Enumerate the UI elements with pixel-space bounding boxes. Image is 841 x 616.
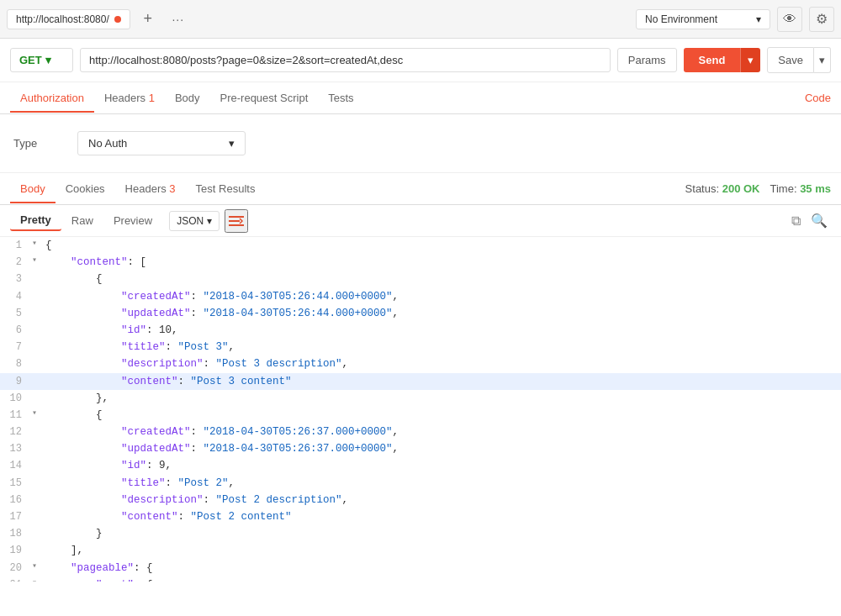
environment-select[interactable]: No Environment ▾	[636, 9, 770, 29]
auth-section: Type No Auth ▾	[0, 114, 841, 173]
line-content: "content": [	[44, 254, 841, 271]
add-tab-button[interactable]: +	[135, 7, 161, 32]
auth-type-label: Type	[13, 137, 64, 150]
json-line-5: 5 "updatedAt": "2018-04-30T05:26:44.000+…	[0, 305, 841, 322]
json-line-2: 2▾ "content": [	[0, 254, 841, 271]
line-toggle[interactable]: ▾	[32, 254, 44, 271]
json-line-6: 6 "id": 10,	[0, 322, 841, 339]
line-content: "updatedAt": "2018-04-30T05:26:44.000+00…	[44, 305, 841, 322]
code-link[interactable]: Code	[805, 92, 831, 104]
json-line-8: 8 "description": "Post 3 description",	[0, 355, 841, 372]
json-format-select[interactable]: JSON ▾	[169, 211, 220, 231]
line-number: 14	[0, 457, 32, 474]
line-content: "pageable": {	[44, 560, 841, 577]
json-line-17: 17 "content": "Post 2 content"	[0, 508, 841, 525]
search-button[interactable]: 🔍	[807, 209, 831, 232]
resp-tab-body[interactable]: Body	[10, 176, 56, 203]
line-content: }	[44, 525, 841, 542]
format-bar: Pretty Raw Preview JSON ▾ ⧉ 🔍	[0, 205, 841, 237]
json-line-15: 15 "title": "Post 2",	[0, 475, 841, 492]
line-number: 8	[0, 355, 32, 372]
line-number: 16	[0, 492, 32, 508]
svg-rect-1	[229, 220, 240, 222]
resp-tab-test-results[interactable]: Test Results	[186, 176, 266, 203]
settings-icon-button[interactable]: ⚙	[809, 7, 834, 32]
line-number: 20	[0, 560, 32, 577]
browser-tab[interactable]: http://localhost:8080/	[7, 9, 130, 29]
chevron-down-icon: ▾	[756, 13, 761, 25]
params-button[interactable]: Params	[617, 48, 677, 72]
line-content: "title": "Post 3",	[44, 339, 841, 355]
fmt-tab-preview[interactable]: Preview	[103, 211, 162, 230]
save-button[interactable]: Save	[767, 47, 814, 73]
json-line-4: 4 "createdAt": "2018-04-30T05:26:44.000+…	[0, 288, 841, 305]
save-dropdown-button[interactable]: ▾	[814, 47, 831, 73]
method-select[interactable]: GET ▾	[10, 48, 73, 72]
json-line-10: 10 },	[0, 390, 841, 407]
line-toggle[interactable]: ▾	[32, 577, 44, 582]
line-toggle[interactable]: ▾	[32, 560, 44, 577]
line-number: 11	[0, 407, 32, 424]
line-number: 1	[0, 237, 32, 254]
response-status-bar: Status: 200 OK Time: 35 ms	[685, 182, 831, 195]
json-line-13: 13 "updatedAt": "2018-04-30T05:26:37.000…	[0, 440, 841, 457]
env-label: No Environment	[645, 13, 717, 25]
fmt-tab-pretty[interactable]: Pretty	[10, 210, 61, 231]
line-content: {	[44, 407, 841, 424]
response-tabs: Body Cookies Headers 3 Test Results Stat…	[0, 173, 841, 205]
eye-icon: 👁	[783, 12, 796, 27]
line-toggle	[32, 390, 44, 407]
fmt-tab-raw[interactable]: Raw	[61, 211, 103, 230]
line-content: "content": "Post 3 content"	[44, 373, 841, 390]
status-label: Status: 200 OK	[685, 182, 760, 195]
json-line-9: 9 "content": "Post 3 content"	[0, 373, 841, 390]
request-tabs: Authorization Headers 1 Body Pre-request…	[0, 82, 841, 114]
wrap-icon	[229, 214, 244, 228]
line-number: 5	[0, 305, 32, 322]
tab-pre-request-script[interactable]: Pre-request Script	[210, 85, 319, 113]
top-bar: http://localhost:8080/ + ··· No Environm…	[0, 0, 841, 39]
line-content: },	[44, 390, 841, 407]
url-bar: GET ▾ Params Send ▾ Save ▾	[0, 39, 841, 82]
time-label: Time: 35 ms	[770, 182, 831, 195]
line-content: ],	[44, 542, 841, 559]
more-options-button[interactable]: ···	[166, 7, 191, 32]
json-line-12: 12 "createdAt": "2018-04-30T05:26:37.000…	[0, 424, 841, 440]
tab-dot	[114, 16, 121, 23]
line-toggle	[32, 288, 44, 305]
resp-tab-headers[interactable]: Headers 3	[115, 176, 186, 203]
tab-headers[interactable]: Headers 1	[94, 85, 165, 113]
auth-chevron-icon: ▾	[229, 137, 235, 150]
tab-label: http://localhost:8080/	[16, 13, 109, 25]
url-input[interactable]	[80, 48, 611, 72]
line-content: "createdAt": "2018-04-30T05:26:37.000+00…	[44, 424, 841, 440]
json-line-18: 18 }	[0, 525, 841, 542]
send-dropdown-button[interactable]: ▾	[740, 48, 760, 72]
line-content: "content": "Post 2 content"	[44, 508, 841, 525]
tab-authorization[interactable]: Authorization	[10, 85, 94, 113]
auth-type-select[interactable]: No Auth ▾	[77, 131, 246, 155]
eye-icon-button[interactable]: 👁	[777, 7, 802, 32]
line-number: 7	[0, 339, 32, 355]
json-line-11: 11▾ {	[0, 407, 841, 424]
tab-body[interactable]: Body	[165, 85, 210, 113]
svg-rect-2	[229, 224, 244, 226]
line-number: 2	[0, 254, 32, 271]
line-number: 21	[0, 577, 32, 582]
resp-tab-cookies[interactable]: Cookies	[56, 176, 115, 203]
method-label: GET	[19, 54, 42, 66]
line-number: 10	[0, 390, 32, 407]
line-content: "sort": {	[44, 577, 841, 582]
json-viewer[interactable]: 1▾{2▾ "content": [3 {4 "createdAt": "201…	[0, 237, 841, 582]
line-toggle[interactable]: ▾	[32, 407, 44, 424]
line-toggle	[32, 373, 44, 390]
time-value: 35 ms	[800, 182, 831, 195]
line-number: 3	[0, 271, 32, 287]
send-button[interactable]: Send	[684, 48, 741, 72]
wrap-icon-button[interactable]	[225, 209, 248, 233]
tab-tests[interactable]: Tests	[318, 85, 363, 113]
line-toggle[interactable]: ▾	[32, 237, 44, 254]
svg-rect-0	[229, 216, 244, 218]
copy-button[interactable]: ⧉	[788, 209, 804, 232]
line-toggle	[32, 322, 44, 339]
